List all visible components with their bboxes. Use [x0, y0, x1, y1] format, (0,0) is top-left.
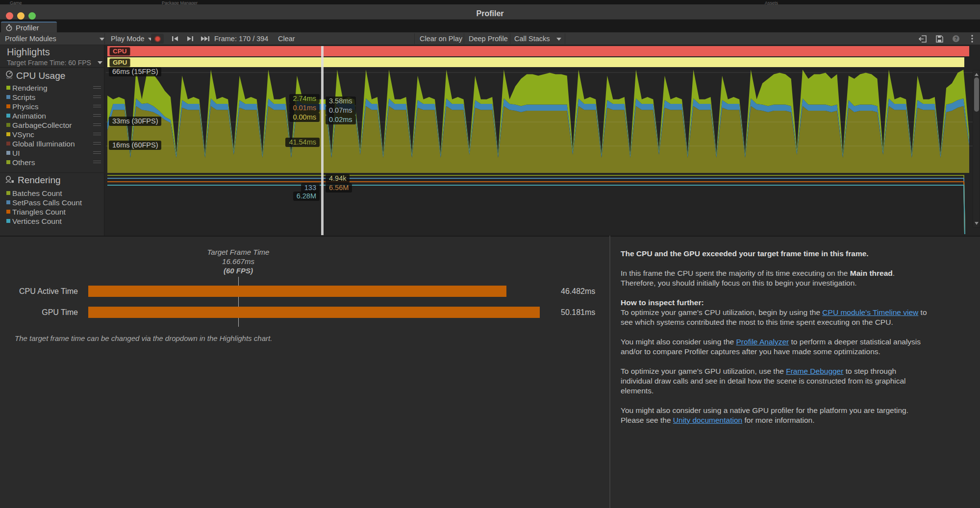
advice-text: You might also consider using a native G…	[621, 406, 908, 414]
tab-label: Profiler	[16, 24, 39, 32]
cpu-legend-item-scripts[interactable]: Scripts	[0, 93, 104, 102]
selected-frame-value: 0.07ms	[326, 106, 356, 115]
legend-label: Scripts	[12, 93, 35, 102]
target-frame-time-marker	[238, 277, 239, 327]
deep-profile-toggle[interactable]: Deep Profile	[469, 35, 508, 43]
profiler-modules-caret[interactable]	[96, 35, 104, 43]
advice-bold-text: The CPU and the GPU exceeded your target…	[621, 249, 869, 258]
cpu-legend-item-vsync[interactable]: VSync	[0, 130, 104, 139]
drag-handle-icon[interactable]	[93, 105, 101, 109]
call-stacks-caret[interactable]	[553, 35, 561, 43]
drag-handle-icon[interactable]	[93, 133, 101, 137]
drag-handle-icon[interactable]	[93, 161, 101, 165]
cpu-usage-chart[interactable]	[104, 67, 980, 173]
kebab-menu-icon[interactable]	[966, 34, 979, 43]
advice-paragraph: How to inspect further:To optimize your …	[621, 298, 970, 327]
advice-paragraph: You might also consider using the Profil…	[621, 337, 970, 357]
target-frame-time-fps: (60 FPS)	[140, 266, 336, 275]
advice-text: You might also consider using the	[621, 338, 736, 346]
selected-frame-value: 2.74ms	[289, 94, 320, 103]
cpu-legend-item-rendering[interactable]: Rendering	[0, 83, 104, 93]
profiler-window: Game Package Manager Assets Profiler Pro…	[0, 0, 980, 508]
advice-paragraph: To optimize your game's GPU utilization,…	[621, 366, 970, 396]
profiler-clock-icon	[5, 24, 13, 31]
drag-handle-icon[interactable]	[93, 86, 101, 90]
drag-handle-icon[interactable]	[93, 96, 101, 99]
scroll-up-icon[interactable]	[975, 73, 979, 76]
cpu-legend-item-animation[interactable]: Animation	[0, 111, 104, 121]
drag-handle-icon[interactable]	[93, 123, 101, 127]
legend-label: Physics	[12, 102, 38, 111]
advice-text: elements.	[621, 387, 653, 395]
target-frame-time-title: Target Frame Time	[140, 247, 336, 257]
legend-label: Batches Count	[12, 189, 62, 198]
svg-text:CPU: CPU	[6, 76, 12, 79]
rendering-legend-item-setpass-calls-count[interactable]: SetPass Calls Count	[0, 198, 104, 207]
legend-label: Triangles Count	[12, 208, 66, 217]
gpu-highlight-bar[interactable]: GPU	[107, 57, 964, 67]
gpu-bar-badge: GPU	[109, 58, 130, 67]
scrollbar-thumb[interactable]	[974, 77, 979, 112]
cpu-highlight-bar[interactable]: CPU	[107, 46, 969, 56]
clear-button[interactable]: Clear	[278, 35, 295, 43]
current-frame-button[interactable]	[199, 34, 211, 43]
call-stacks-dropdown[interactable]: Call Stacks	[514, 35, 550, 43]
title-bar: Profiler	[0, 4, 980, 20]
advice-link[interactable]: Profile Analyzer	[736, 338, 789, 346]
cpu-legend-item-physics[interactable]: Physics	[0, 102, 104, 111]
legend-color-swatch	[6, 210, 10, 214]
selected-frame-value: 6.56M	[326, 183, 352, 193]
target-frame-time-caret[interactable]	[98, 61, 102, 64]
load-profile-icon[interactable]	[916, 34, 929, 43]
legend-color-swatch	[6, 95, 10, 99]
advice-paragraph: In this frame the CPU spent the majority…	[621, 268, 970, 288]
advice-link[interactable]: CPU module's Timeline view	[822, 308, 918, 316]
advice-paragraph: The CPU and the GPU exceeded your target…	[621, 249, 970, 259]
cpu-legend-item-garbagecollector[interactable]: GarbageCollector	[0, 121, 104, 130]
rendering-legend-item-triangles-count[interactable]: Triangles Count	[0, 207, 104, 217]
record-button[interactable]	[151, 34, 164, 44]
legend-color-swatch	[6, 86, 10, 90]
previous-frame-button[interactable]	[169, 34, 181, 43]
next-frame-button[interactable]	[184, 34, 197, 43]
drag-handle-icon[interactable]	[93, 151, 101, 155]
play-mode-dropdown[interactable]: Play Mode	[111, 35, 153, 43]
drag-handle-icon[interactable]	[93, 114, 101, 118]
scroll-down-icon[interactable]	[975, 222, 979, 225]
cpu-legend-item-global-illumination[interactable]: Global Illumination	[0, 139, 104, 148]
target-frame-time-block: Target Frame Time 16.667ms (60 FPS)	[140, 247, 336, 275]
cpu-usage-module-title: CPU Usage	[16, 71, 65, 81]
save-profile-icon[interactable]	[933, 34, 946, 43]
cpu-active-time-label: CPU Active Time	[0, 287, 78, 296]
legend-color-swatch	[6, 200, 10, 204]
legend-label: Others	[12, 158, 35, 167]
target-frame-time-note: The target frame time can be changed via…	[15, 334, 272, 342]
legend-label: UI	[12, 149, 20, 158]
cpu-legend-item-ui[interactable]: UI	[0, 148, 104, 158]
advice-bold-text: How to inspect further:	[621, 298, 704, 307]
profiler-modules-dropdown[interactable]: Profiler Modules	[5, 35, 56, 43]
legend-color-swatch	[6, 123, 10, 127]
help-icon[interactable]: ?	[950, 34, 962, 43]
selected-frame-value: 0.02ms	[326, 115, 356, 124]
rendering-counts-chart[interactable]	[104, 174, 980, 236]
advice-text: to	[918, 308, 927, 316]
advice-link[interactable]: Frame Debugger	[786, 367, 843, 375]
legend-label: SetPass Calls Count	[12, 198, 82, 207]
tab-profiler[interactable]: Profiler	[1, 22, 57, 32]
advice-text: and/or to compare Profiler captures afte…	[621, 347, 880, 356]
selected-frame-value: 4.94k	[326, 174, 350, 183]
cpu-legend-item-others[interactable]: Others	[0, 158, 104, 167]
chart-scrollbar[interactable]	[973, 70, 980, 228]
target-frame-time-dropdown[interactable]: Target Frame Time: 60 FPS	[7, 59, 91, 67]
rendering-legend-item-vertices-count[interactable]: Vertices Count	[0, 217, 104, 226]
panel-divider[interactable]	[609, 236, 610, 508]
clear-on-play-toggle[interactable]: Clear on Play	[420, 35, 462, 43]
drag-handle-icon[interactable]	[93, 142, 101, 146]
tab-bar: Profiler	[0, 20, 980, 32]
cpu-active-time-bar	[88, 286, 506, 297]
rendering-legend-item-batches-count[interactable]: Batches Count	[0, 189, 104, 198]
selected-frame-playhead[interactable]	[321, 46, 324, 235]
advice-link[interactable]: Unity documentation	[673, 416, 742, 424]
background-window-strip: Game Package Manager Assets	[0, 0, 980, 4]
